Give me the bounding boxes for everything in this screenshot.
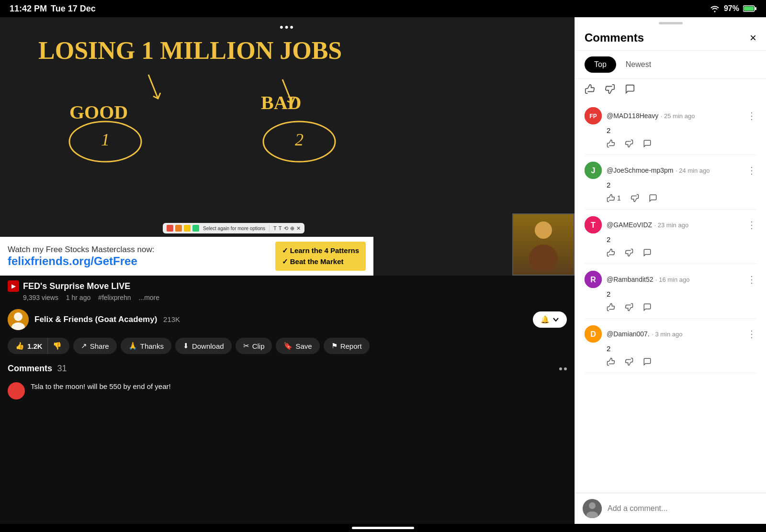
vote-down[interactable] [631,194,639,202]
like-button[interactable]: 👍 1.2K [8,338,46,354]
video-icon: ▶ [8,280,19,292]
close-button[interactable]: × [750,31,756,44]
comment-user-row: FP @MAD118Heavy · 25 min ago ⋮ [585,107,756,124]
comment-more-button[interactable]: ⋮ [747,165,756,176]
svg-text:D: D [590,330,596,338]
vote-down[interactable] [625,139,633,148]
like-dislike-group: 👍 1.2K 👎 [8,338,69,354]
ad-text: Watch my Free Stocks Masterclass now: fe… [8,245,266,268]
svg-point-25 [589,502,596,509]
comment-more-button[interactable]: ⋮ [747,328,756,340]
vote-up[interactable] [607,248,615,257]
comment-time: · 25 min ago [661,112,695,120]
share-icon: ↗ [81,342,87,350]
vote-count: 1 [617,194,621,202]
top-action-icons [575,79,766,100]
comments-panel: Comments × Top Newest [574,17,766,524]
comment-list: FP @MAD118Heavy · 25 min ago ⋮ 2 [575,100,766,493]
subscribe-button[interactable]: 🔔 [533,311,567,328]
panel-header: Comments × [575,29,766,51]
video-title: FED's Surprise Move LIVE [23,281,130,291]
svg-rect-2 [744,7,754,11]
channel-avatar [8,309,29,330]
current-user-avatar [583,499,602,518]
comment-user-row: J @JoeSchmoe-mp3pm · 24 min ago ⋮ [585,162,756,179]
svg-line-3 [148,75,158,99]
dislike-button[interactable]: 👎 [49,338,69,354]
svg-text:1: 1 [101,130,110,149]
vote-down[interactable] [625,248,633,257]
reply-btn[interactable] [649,194,657,202]
comment-more-button[interactable]: ⋮ [747,274,756,285]
vote-up[interactable] [607,357,615,366]
bell-icon: 🔔 [541,315,550,324]
download-button[interactable]: ⬇ Download [175,338,232,354]
presenter-thumbnail [512,213,574,276]
comment-input[interactable] [608,500,758,517]
date: Tue 17 Dec [51,4,96,14]
three-dots-button[interactable]: ••• [280,21,295,33]
comment-more-button[interactable]: ⋮ [747,110,756,122]
comment-time: · 3 min ago [652,331,682,338]
vote-up[interactable]: 1 [607,194,621,202]
save-button[interactable]: 🔖 Save [276,338,319,354]
comment-user-row: T @GAMEoVIDZ · 23 min ago ⋮ [585,216,756,233]
share-button[interactable]: ↗ Share [73,338,117,354]
battery-icon [743,5,756,12]
save-icon: 🔖 [283,342,293,350]
reply-icon-top[interactable] [625,84,635,97]
reply-btn[interactable] [643,248,652,257]
panel-title: Comments [585,31,644,44]
comment-item: R @Rambandit52 · 16 min ago ⋮ 2 [585,264,756,319]
ad-banner[interactable]: Watch my Free Stocks Masterclass now: fe… [0,237,373,276]
tab-top[interactable]: Top [585,56,616,73]
comment-bottom-actions [585,300,756,311]
video-container[interactable]: ••• LOSING 1 MILLION JOBS GOOD BAD [0,17,574,276]
ad-link[interactable]: felixfriends.org/GetFree [8,255,266,268]
thumbs-up-icon: 👍 [15,342,24,350]
like-icon-top[interactable] [585,84,595,97]
tab-newest[interactable]: Newest [616,56,661,73]
thanks-button[interactable]: 🙏 Thanks [121,338,171,354]
report-button[interactable]: ⚑ Report [324,338,370,354]
like-divider [47,338,48,354]
svg-point-9 [535,222,552,239]
arrow-good [134,70,172,108]
vote-down[interactable] [625,303,633,311]
reply-btn[interactable] [643,303,652,311]
comments-options-button[interactable] [559,367,567,370]
comments-header: Comments 31 [8,364,567,374]
comment-more-button[interactable]: ⋮ [747,219,756,231]
vote-down[interactable] [625,357,633,366]
comment-body: 2 [585,181,756,189]
time-ago: 1 hr ago [66,294,90,301]
dislike-icon-top[interactable] [605,84,615,97]
panel-handle [575,17,766,29]
comment-body: 2 [585,344,756,353]
battery-percent: 97% [724,4,739,13]
comment-avatar: T [585,216,602,233]
svg-rect-1 [755,7,756,10]
comment-body: 2 [585,126,756,134]
clip-icon: ✂ [243,342,249,350]
svg-text:FP: FP [589,113,597,120]
more-link[interactable]: ...more [138,294,159,301]
comments-section: Comments 31 Tsla to the moon! will be 55… [0,359,574,524]
vote-up[interactable] [607,139,615,148]
add-comment-area [575,493,766,524]
comment-avatar: FP [585,107,602,124]
like-count: 1.2K [27,342,43,350]
vote-up[interactable] [607,303,615,311]
reply-btn[interactable] [643,357,652,366]
comments-count: 31 [57,364,67,373]
clip-button[interactable]: ✂ Clip [236,338,272,354]
chevron-down-icon [552,316,559,323]
channel-name: Felix & Friends (Goat Academy) 213K [34,315,527,324]
home-bar [352,527,414,529]
comment-bottom-actions [585,136,756,148]
reply-btn[interactable] [643,139,652,148]
comment-item: D @Damian007. · 3 min ago ⋮ 2 [585,319,756,373]
svg-text:R: R [590,276,596,284]
svg-text:T: T [591,221,596,229]
action-row: 👍 1.2K 👎 ↗ Share 🙏 Thanks ⬇ Download [0,334,574,359]
